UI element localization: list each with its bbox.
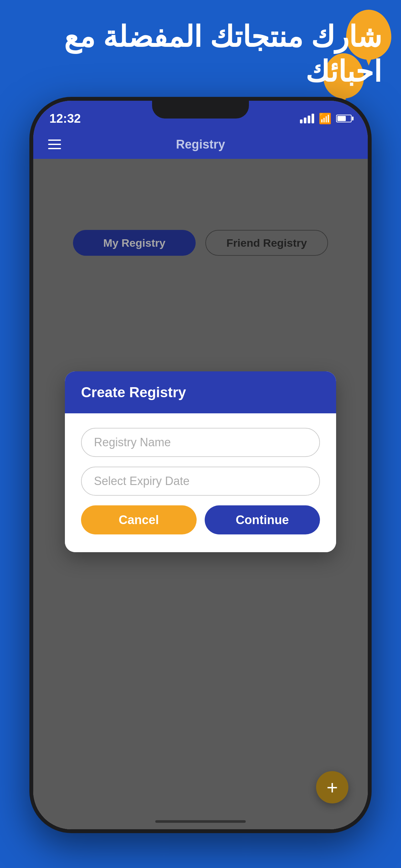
add-registry-fab[interactable]: + <box>316 771 348 803</box>
phone-frame: 12:32 📶 <box>29 97 372 833</box>
cancel-button[interactable]: Cancel <box>81 505 197 534</box>
continue-button[interactable]: Continue <box>205 505 320 534</box>
app-bar: Registry <box>33 130 368 159</box>
modal-actions: Cancel Continue <box>81 505 320 534</box>
signal-icon <box>300 114 314 123</box>
modal-body: Cancel Continue <box>65 413 336 552</box>
app-title: Registry <box>176 137 225 151</box>
phone-notch <box>152 101 249 119</box>
registry-name-input[interactable] <box>81 428 320 457</box>
status-icons: 📶 <box>300 113 351 125</box>
battery-icon <box>336 115 351 122</box>
arabic-headline: شارك منتجاتك المفضلة مع احبائك <box>0 20 382 89</box>
modal-card: Create Registry Cancel Continue <box>65 371 336 552</box>
phone-screen: 12:32 📶 <box>33 101 368 829</box>
content-area: My Registry Friend Registry Create Regis… <box>33 159 368 829</box>
modal-header: Create Registry <box>65 371 336 413</box>
status-time: 12:32 <box>50 112 81 126</box>
wifi-icon: 📶 <box>319 113 332 125</box>
home-indicator <box>155 820 246 823</box>
expiry-date-input[interactable] <box>81 467 320 496</box>
modal-title: Create Registry <box>81 384 186 400</box>
background: شارك منتجاتك المفضلة مع احبائك 12:32 📶 <box>0 0 401 868</box>
hamburger-menu-icon[interactable] <box>48 140 61 149</box>
modal-overlay: Create Registry Cancel Continue <box>33 159 368 829</box>
